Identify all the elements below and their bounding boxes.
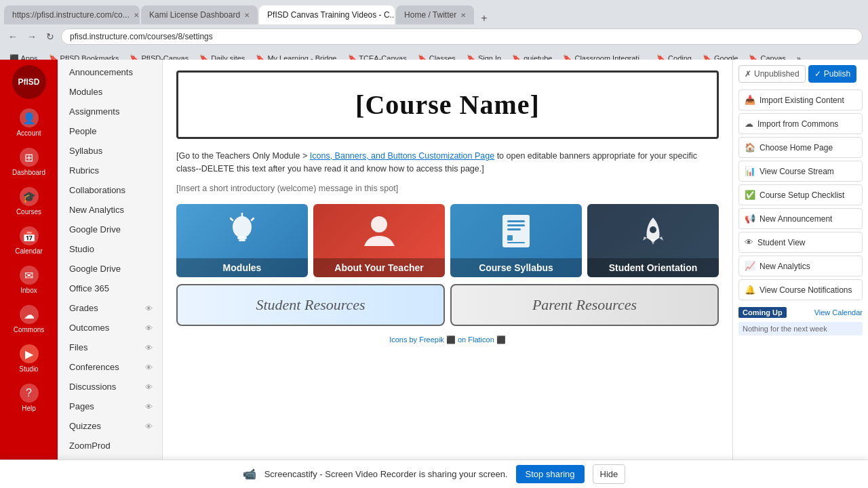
publish-label: Publish — [824, 69, 850, 79]
nav-syllabus[interactable]: Syllabus — [58, 141, 162, 161]
nav-zoomprod[interactable]: ZoomProd — [58, 436, 162, 455]
new-announcement-label: New Announcement — [760, 214, 832, 224]
eye-icon: 👁 — [145, 422, 153, 430]
inbox-icon: ✉ — [20, 266, 39, 285]
icons-freepik-link[interactable]: Icons by Freepik — [389, 336, 444, 344]
lms-nav-studio[interactable]: ▶ Studio — [0, 339, 58, 378]
tile-modules[interactable]: Modules — [176, 204, 308, 277]
nav-grades[interactable]: Grades👁 — [58, 298, 162, 318]
svg-rect-2 — [239, 239, 245, 241]
nav-new-analytics[interactable]: New Analytics — [58, 200, 162, 220]
tab-close-1[interactable]: ✕ — [134, 12, 139, 19]
lms-sidebar: PfISD 👤 Account ⊞ Dashboard 🎓 Courses 📅 … — [0, 60, 58, 488]
nav-announcements[interactable]: Announcements — [58, 62, 162, 82]
unpublished-button[interactable]: ✗ Unpublished — [738, 65, 806, 83]
import-commons-button[interactable]: ☁ Import from Commons — [738, 113, 863, 134]
tab-1[interactable]: https://pfisd.instructure.com/co... ✕ — [4, 5, 140, 24]
flaticon-link[interactable]: on Flaticon — [458, 336, 494, 344]
eye-icon: 👁 — [145, 344, 153, 352]
course-setup-button[interactable]: ✅ Course Setup Checklist — [738, 184, 863, 205]
help-icon: ? — [20, 384, 39, 403]
svg-rect-8 — [507, 220, 525, 222]
nav-pages[interactable]: Pages👁 — [58, 396, 162, 416]
tile-orientation[interactable]: Student Orientation — [587, 204, 719, 277]
parent-resources-label: Parent Resources — [462, 296, 707, 314]
tab-label: PfISD Canvas Training Videos - C... — [267, 10, 395, 20]
tab-3[interactable]: PfISD Canvas Training Videos - C... ✕ — [259, 5, 395, 24]
svg-point-13 — [650, 226, 656, 233]
svg-point-0 — [233, 216, 252, 238]
tab-close-2[interactable]: ✕ — [244, 12, 250, 19]
import-existing-button[interactable]: 📥 Import Existing Content — [738, 89, 863, 110]
lms-nav-inbox[interactable]: ✉ Inbox — [0, 260, 58, 300]
nav-office365[interactable]: Office 365 — [58, 279, 162, 298]
svg-rect-10 — [507, 228, 521, 230]
pfisd-logo: PfISD — [12, 65, 46, 99]
course-nav: Announcements Modules Assignments People… — [58, 60, 163, 488]
lms-nav-commons[interactable]: ☁ Commons — [0, 300, 58, 339]
coming-up-label: Coming Up — [738, 307, 787, 318]
nav-files[interactable]: Files👁 — [58, 338, 162, 357]
publish-checkmark-icon: ✓ — [814, 69, 821, 79]
nav-google-drive[interactable]: Google Drive — [58, 220, 162, 239]
main-content: [Course Name] [Go to the Teachers Only M… — [163, 60, 732, 488]
choose-home-label: Choose Home Page — [760, 143, 833, 152]
nav-studio[interactable]: Studio — [58, 239, 162, 259]
new-announcement-button[interactable]: 📢 New Announcement — [738, 208, 863, 229]
intro-text-1: [Go to the Teachers Only Module > Icons,… — [176, 150, 719, 176]
nav-assignments[interactable]: Assignments — [58, 102, 162, 121]
view-stream-button[interactable]: 📊 View Course Stream — [738, 161, 863, 182]
view-notifications-icon: 🔔 — [745, 285, 755, 295]
view-notifications-button[interactable]: 🔔 View Course Notifications — [738, 279, 863, 300]
reload-button[interactable]: ↻ — [43, 30, 57, 43]
account-icon: 👤 — [20, 108, 39, 127]
customization-link[interactable]: Icons, Banners, and Buttons Customizatio… — [310, 151, 494, 161]
lms-nav-account[interactable]: 👤 Account — [0, 103, 58, 142]
back-button[interactable]: ← — [5, 30, 20, 43]
address-bar[interactable]: pfisd.instructure.com/courses/8/settings — [61, 28, 863, 45]
lms-nav-courses[interactable]: 🎓 Courses — [0, 182, 58, 221]
student-view-label: Student View — [757, 238, 806, 247]
nav-discussions[interactable]: Discussions👁 — [58, 377, 162, 396]
svg-rect-9 — [507, 224, 525, 226]
nav-conferences[interactable]: Conferences👁 — [58, 357, 162, 377]
nav-quizzes[interactable]: Quizzes👁 — [58, 416, 162, 436]
new-analytics-button[interactable]: 📈 New Analytics — [738, 256, 863, 277]
student-resources-label: Student Resources — [189, 296, 433, 314]
tile-student-resources[interactable]: Student Resources — [176, 284, 445, 326]
tab-4[interactable]: Home / Twitter ✕ — [396, 5, 474, 24]
app: PfISD 👤 Account ⊞ Dashboard 🎓 Courses 📅 … — [0, 60, 868, 488]
nav-google-drive2[interactable]: Google Drive — [58, 259, 162, 279]
tab-label: Kami License Dashboard — [149, 10, 240, 20]
publish-bar: ✗ Unpublished ✓ Publish — [738, 65, 863, 83]
svg-rect-12 — [507, 242, 525, 243]
nav-people[interactable]: People — [58, 121, 162, 141]
nav-rubrics[interactable]: Rubrics — [58, 161, 162, 180]
eye-icon: 👁 — [145, 403, 153, 411]
lms-nav-dashboard[interactable]: ⊞ Dashboard — [0, 142, 58, 182]
tile-syllabus[interactable]: Course Syllabus — [450, 204, 582, 277]
import-existing-label: Import Existing Content — [760, 96, 844, 105]
lms-nav-calendar[interactable]: 📅 Calendar — [0, 221, 58, 260]
new-tab-button[interactable]: + — [475, 12, 492, 24]
lms-nav-help[interactable]: ? Help — [0, 378, 58, 418]
teacher-icon-area — [313, 204, 445, 258]
tab-2[interactable]: Kami License Dashboard ✕ — [141, 5, 258, 24]
tile-parent-resources[interactable]: Parent Resources — [450, 284, 719, 326]
forward-button[interactable]: → — [24, 30, 39, 43]
view-calendar-link[interactable]: View Calendar — [814, 308, 863, 317]
nav-modules[interactable]: Modules — [58, 82, 162, 102]
student-view-button[interactable]: 👁 Student View — [738, 232, 863, 253]
nav-outcomes[interactable]: Outcomes👁 — [58, 318, 162, 338]
hide-button[interactable]: Hide — [593, 464, 626, 484]
lightbulb-icon — [222, 211, 262, 251]
choose-home-button[interactable]: 🏠 Choose Home Page — [738, 137, 863, 158]
stop-sharing-button[interactable]: Stop sharing — [516, 465, 585, 483]
studio-icon: ▶ — [20, 344, 39, 363]
commons-icon: ☁ — [20, 305, 39, 324]
nav-collaborations[interactable]: Collaborations — [58, 180, 162, 200]
publish-button[interactable]: ✓ Publish — [808, 65, 856, 83]
tab-close-4[interactable]: ✕ — [460, 12, 466, 19]
syllabus-icon — [499, 212, 533, 249]
tile-about-teacher[interactable]: About Your Teacher — [313, 204, 445, 277]
